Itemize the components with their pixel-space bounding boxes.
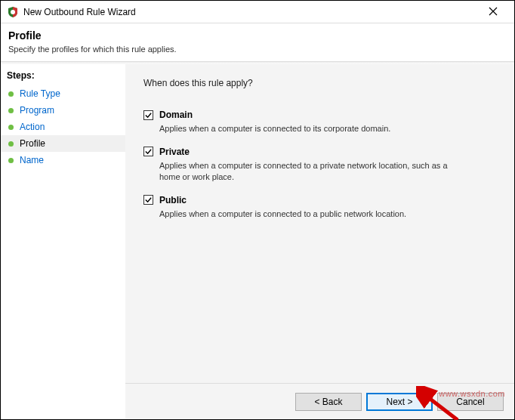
- close-icon: [489, 7, 498, 16]
- step-profile[interactable]: Profile: [1, 135, 125, 152]
- content-pane: When does this rule apply? Domain Applie…: [125, 64, 514, 419]
- titlebar: New Outbound Rule Wizard: [1, 1, 514, 23]
- bullet-icon: [8, 108, 14, 113]
- window-title: New Outbound Rule Wizard: [23, 7, 478, 17]
- profile-desc: Applies when a computer is connected to …: [159, 123, 461, 134]
- svg-point-0: [11, 10, 15, 14]
- profile-name: Public: [159, 195, 187, 205]
- next-button[interactable]: Next >: [366, 393, 433, 411]
- checkbox-public[interactable]: [143, 195, 153, 205]
- bullet-icon: [8, 91, 14, 97]
- profile-option-private: Private Applies when a computer is conne…: [143, 147, 496, 183]
- step-action[interactable]: Action: [1, 119, 125, 135]
- profile-name: Private: [159, 147, 190, 157]
- profile-name: Domain: [159, 110, 193, 120]
- body: Steps: Rule Type Program Action Profile …: [1, 64, 514, 419]
- firewall-icon: [7, 6, 19, 18]
- step-label: Action: [20, 122, 45, 132]
- wizard-window: New Outbound Rule Wizard Profile Specify…: [0, 0, 515, 420]
- profile-desc: Applies when a computer is connected to …: [159, 208, 461, 220]
- checkmark-icon: [144, 111, 153, 119]
- profile-option-domain: Domain Applies when a computer is connec…: [143, 110, 496, 134]
- page-title: Profile: [8, 29, 507, 42]
- step-program[interactable]: Program: [1, 102, 125, 119]
- step-rule-type[interactable]: Rule Type: [1, 85, 125, 102]
- checkmark-icon: [144, 196, 153, 204]
- bullet-icon: [8, 125, 14, 130]
- steps-heading: Steps:: [1, 69, 125, 85]
- step-label: Rule Type: [20, 88, 60, 99]
- header: Profile Specify the profiles for which t…: [1, 23, 514, 61]
- back-button[interactable]: < Back: [295, 393, 362, 411]
- step-label: Program: [20, 105, 54, 116]
- profile-option-public: Public Applies when a computer is connec…: [143, 195, 496, 220]
- steps-sidebar: Steps: Rule Type Program Action Profile …: [1, 64, 125, 419]
- bullet-icon: [8, 158, 14, 163]
- checkbox-domain[interactable]: [143, 110, 153, 120]
- bullet-icon: [8, 141, 14, 147]
- page-subtitle: Specify the profiles for which this rule…: [8, 45, 507, 54]
- step-label: Profile: [20, 138, 45, 149]
- step-name[interactable]: Name: [1, 152, 125, 168]
- close-button[interactable]: [478, 6, 508, 18]
- prompt-text: When does this rule apply?: [143, 78, 496, 88]
- cancel-button[interactable]: Cancel: [437, 393, 504, 411]
- profile-desc: Applies when a computer is connected to …: [159, 160, 461, 183]
- footer: < Back Next > Cancel: [125, 383, 514, 419]
- checkbox-private[interactable]: [143, 147, 153, 156]
- checkmark-icon: [144, 147, 153, 156]
- step-label: Name: [20, 155, 44, 165]
